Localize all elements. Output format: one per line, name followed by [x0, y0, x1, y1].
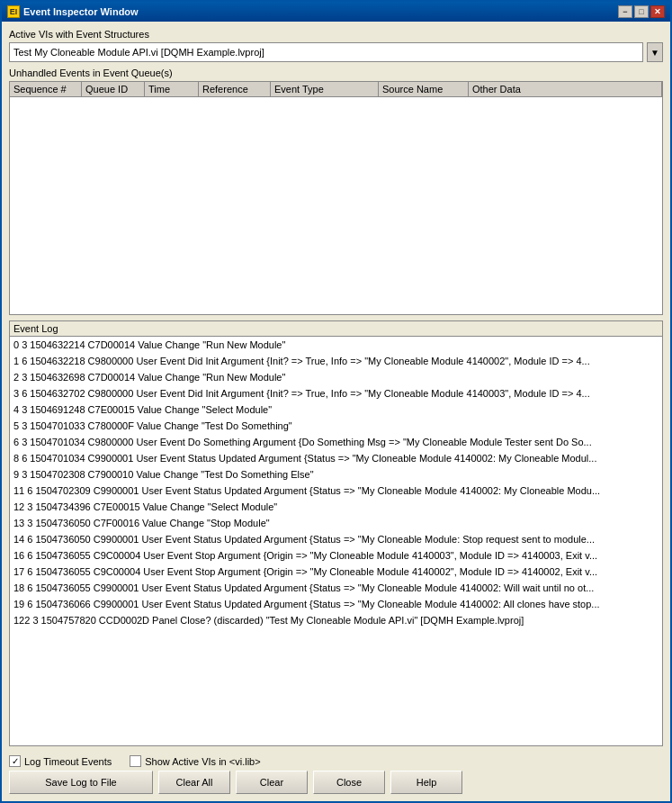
- col-other-data: Other Data: [469, 82, 662, 96]
- log-entry: 17 6 1504736055 C9C00004 User Event Stop…: [10, 564, 662, 580]
- log-entry: 13 3 1504736050 C7F00016 Value Change "S…: [10, 515, 662, 531]
- close-button[interactable]: Close: [313, 771, 385, 794]
- col-time: Time: [145, 82, 199, 96]
- active-vi-label: Active VIs with Event Structures: [9, 29, 663, 40]
- log-entry: 1 6 1504632218 C9800000 User Event Did I…: [10, 353, 662, 369]
- log-entry: 18 6 1504736055 C9900001 User Event Stat…: [10, 580, 662, 596]
- active-vi-dropdown-value: Test My Cloneable Module API.vi [DQMH Ex…: [13, 47, 264, 58]
- col-event-type: Event Type: [271, 82, 379, 96]
- event-log-section: Event Log 0 3 1504632214 C7D00014 Value …: [9, 320, 663, 746]
- clear-button[interactable]: Clear: [236, 771, 308, 794]
- show-active-vis-item: Show Active VIs in <vi.lib>: [130, 755, 260, 767]
- window-title: Event Inspector Window: [23, 6, 139, 17]
- save-log-button[interactable]: Save Log to File: [9, 771, 153, 794]
- main-content: Active VIs with Event Structures Test My…: [2, 22, 670, 801]
- unhandled-events-label: Unhandled Events in Event Queue(s): [9, 68, 663, 78]
- col-reference: Reference: [199, 82, 271, 96]
- close-window-button[interactable]: ✕: [650, 5, 665, 18]
- log-timeout-checkbox[interactable]: [9, 755, 21, 767]
- event-log-body[interactable]: 0 3 1504632214 C7D00014 Value Change "Ru…: [10, 337, 662, 745]
- log-entry: 4 3 1504691248 C7E00015 Value Change "Se…: [10, 402, 662, 418]
- log-entry: 0 3 1504632214 C7D00014 Value Change "Ru…: [10, 337, 662, 353]
- log-entry: 2 3 1504632698 C7D00014 Value Change "Ru…: [10, 369, 662, 385]
- log-entry: 3 6 1504632702 C9800000 User Event Did I…: [10, 385, 662, 402]
- log-entry: 5 3 1504701033 C780000F Value Change "Te…: [10, 418, 662, 434]
- active-vi-dropdown[interactable]: Test My Cloneable Module API.vi [DQMH Ex…: [9, 42, 643, 62]
- log-entry: 12 3 1504734396 C7E00015 Value Change "S…: [10, 499, 662, 515]
- log-entry: 122 3 1504757820 CCD0002D Panel Close? (…: [10, 612, 662, 628]
- bottom-controls: Log Timeout Events Show Active VIs in <v…: [9, 752, 663, 794]
- table-header: Sequence # Queue ID Time Reference Event…: [10, 82, 662, 97]
- title-bar: EI Event Inspector Window − □ ✕: [2, 2, 670, 22]
- event-inspector-window: EI Event Inspector Window − □ ✕ Active V…: [0, 0, 672, 803]
- log-entry: 19 6 1504736066 C9900001 User Event Stat…: [10, 596, 662, 612]
- help-button[interactable]: Help: [390, 771, 462, 794]
- unhandled-events-section: Unhandled Events in Event Queue(s) Seque…: [9, 68, 663, 315]
- log-timeout-item: Log Timeout Events: [9, 755, 112, 767]
- title-bar-buttons: − □ ✕: [618, 5, 665, 18]
- button-row: Save Log to File Clear All Clear Close H…: [9, 771, 663, 794]
- col-queue-id: Queue ID: [82, 82, 145, 96]
- col-source-name: Source Name: [379, 82, 469, 96]
- app-icon: EI: [7, 5, 20, 18]
- checkbox-row: Log Timeout Events Show Active VIs in <v…: [9, 755, 663, 767]
- log-entry: 6 3 1504701034 C9800000 User Event Do So…: [10, 434, 662, 450]
- log-entry: 14 6 1504736050 C9900001 User Event Stat…: [10, 531, 662, 547]
- active-vi-dropdown-row: Test My Cloneable Module API.vi [DQMH Ex…: [9, 42, 663, 62]
- log-entry: 9 3 1504702308 C7900010 Value Change "Te…: [10, 466, 662, 483]
- title-bar-left: EI Event Inspector Window: [7, 5, 139, 18]
- table-body: [10, 97, 662, 314]
- events-table: Sequence # Queue ID Time Reference Event…: [9, 81, 663, 315]
- col-sequence: Sequence #: [10, 82, 82, 96]
- show-active-vis-checkbox[interactable]: [130, 755, 141, 767]
- log-entry: 11 6 1504702309 C9900001 User Event Stat…: [10, 483, 662, 499]
- clear-all-button[interactable]: Clear All: [158, 771, 230, 794]
- show-active-vis-label: Show Active VIs in <vi.lib>: [145, 756, 260, 767]
- event-log-header: Event Log: [10, 321, 662, 337]
- active-vi-section: Active VIs with Event Structures Test My…: [9, 29, 663, 62]
- log-entry: 8 6 1504701034 C9900001 User Event Statu…: [10, 450, 662, 466]
- log-timeout-label: Log Timeout Events: [24, 756, 112, 767]
- active-vi-dropdown-arrow[interactable]: ▼: [647, 42, 663, 62]
- log-entry: 16 6 1504736055 C9C00004 User Event Stop…: [10, 547, 662, 564]
- minimize-button[interactable]: −: [618, 5, 632, 18]
- maximize-button[interactable]: □: [634, 5, 649, 18]
